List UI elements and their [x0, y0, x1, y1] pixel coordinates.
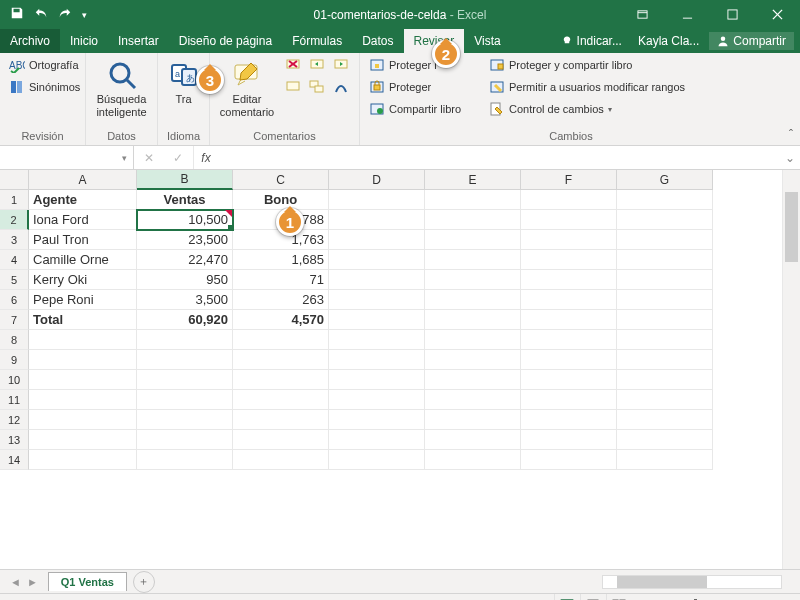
cell-D13[interactable] — [329, 430, 425, 450]
cell-F5[interactable] — [521, 270, 617, 290]
cell-D10[interactable] — [329, 370, 425, 390]
cell-C10[interactable] — [233, 370, 329, 390]
cell-C4[interactable]: 1,685 — [233, 250, 329, 270]
protect-sheet-button[interactable]: Proteger l — [366, 55, 478, 75]
customize-qat-icon[interactable]: ▾ — [82, 10, 87, 20]
thesaurus-button[interactable]: Sinónimos — [6, 77, 83, 97]
vertical-scrollbar[interactable] — [782, 170, 800, 569]
row-header-9[interactable]: 9 — [0, 350, 29, 370]
cell-F10[interactable] — [521, 370, 617, 390]
cell-G9[interactable] — [617, 350, 713, 370]
cell-F7[interactable] — [521, 310, 617, 330]
new-sheet-button[interactable]: ＋ — [133, 571, 155, 593]
tab-vista[interactable]: Vista — [464, 29, 510, 53]
cell-G8[interactable] — [617, 330, 713, 350]
cell-C8[interactable] — [233, 330, 329, 350]
tab-diseño-de-página[interactable]: Diseño de página — [169, 29, 282, 53]
col-header-B[interactable]: B — [137, 170, 233, 190]
fx-icon[interactable]: fx — [194, 146, 218, 169]
cell-F9[interactable] — [521, 350, 617, 370]
cell-E4[interactable] — [425, 250, 521, 270]
maximize-icon[interactable] — [710, 0, 755, 29]
undo-icon[interactable] — [34, 6, 48, 23]
tab-insertar[interactable]: Insertar — [108, 29, 169, 53]
cell-D7[interactable] — [329, 310, 425, 330]
row-header-8[interactable]: 8 — [0, 330, 29, 350]
cell-C14[interactable] — [233, 450, 329, 470]
cell-A3[interactable]: Paul Tron — [29, 230, 137, 250]
prev-comment-button[interactable] — [306, 55, 328, 75]
row-header-7[interactable]: 7 — [0, 310, 29, 330]
col-header-E[interactable]: E — [425, 170, 521, 190]
track-changes-button[interactable]: Control de cambios ▾ — [486, 99, 688, 119]
cell-B6[interactable]: 3,500 — [137, 290, 233, 310]
cell-D3[interactable] — [329, 230, 425, 250]
expand-formula-bar-icon[interactable]: ⌄ — [780, 146, 800, 169]
col-header-A[interactable]: A — [29, 170, 137, 190]
cell-E14[interactable] — [425, 450, 521, 470]
view-page-break-icon[interactable] — [606, 594, 632, 601]
cell-C11[interactable] — [233, 390, 329, 410]
cell-B14[interactable] — [137, 450, 233, 470]
protect-workbook-button[interactable]: Proteger — [366, 77, 478, 97]
cell-G2[interactable] — [617, 210, 713, 230]
cell-D12[interactable] — [329, 410, 425, 430]
share-workbook-button[interactable]: Compartir libro — [366, 99, 478, 119]
horizontal-scrollbar[interactable] — [602, 575, 782, 589]
cell-D6[interactable] — [329, 290, 425, 310]
tab-inicio[interactable]: Inicio — [60, 29, 108, 53]
row-header-1[interactable]: 1 — [0, 190, 29, 210]
account-user[interactable]: Kayla Cla... — [632, 34, 705, 48]
cell-F1[interactable] — [521, 190, 617, 210]
cell-B1[interactable]: Ventas — [137, 190, 233, 210]
cell-F2[interactable] — [521, 210, 617, 230]
cell-B8[interactable] — [137, 330, 233, 350]
row-header-6[interactable]: 6 — [0, 290, 29, 310]
column-headers[interactable]: ABCDEFG — [29, 170, 782, 190]
share-button[interactable]: Compartir — [709, 32, 794, 50]
show-ink-button[interactable] — [330, 77, 352, 97]
row-header-10[interactable]: 10 — [0, 370, 29, 390]
cell-G14[interactable] — [617, 450, 713, 470]
row-header-14[interactable]: 14 — [0, 450, 29, 470]
cell-A5[interactable]: Kerry Oki — [29, 270, 137, 290]
cell-A2[interactable]: Iona Ford — [29, 210, 137, 230]
row-header-12[interactable]: 12 — [0, 410, 29, 430]
minimize-icon[interactable] — [665, 0, 710, 29]
next-comment-button[interactable] — [330, 55, 352, 75]
cell-G1[interactable] — [617, 190, 713, 210]
cell-E12[interactable] — [425, 410, 521, 430]
tab-fórmulas[interactable]: Fórmulas — [282, 29, 352, 53]
close-icon[interactable] — [755, 0, 800, 29]
col-header-C[interactable]: C — [233, 170, 329, 190]
cell-C1[interactable]: Bono — [233, 190, 329, 210]
cell-E10[interactable] — [425, 370, 521, 390]
cell-D11[interactable] — [329, 390, 425, 410]
cell-C13[interactable] — [233, 430, 329, 450]
cell-C6[interactable]: 263 — [233, 290, 329, 310]
cell-E13[interactable] — [425, 430, 521, 450]
row-header-4[interactable]: 4 — [0, 250, 29, 270]
cell-B9[interactable] — [137, 350, 233, 370]
cell-D8[interactable] — [329, 330, 425, 350]
cell-D4[interactable] — [329, 250, 425, 270]
cell-G7[interactable] — [617, 310, 713, 330]
cell-B10[interactable] — [137, 370, 233, 390]
cell-B13[interactable] — [137, 430, 233, 450]
name-box[interactable] — [0, 146, 134, 169]
cell-B12[interactable] — [137, 410, 233, 430]
cell-C12[interactable] — [233, 410, 329, 430]
cell-E8[interactable] — [425, 330, 521, 350]
cell-A9[interactable] — [29, 350, 137, 370]
protect-share-button[interactable]: Proteger y compartir libro — [486, 55, 688, 75]
cell-A4[interactable]: Camille Orne — [29, 250, 137, 270]
cell-A13[interactable] — [29, 430, 137, 450]
cell-E11[interactable] — [425, 390, 521, 410]
cell-C5[interactable]: 71 — [233, 270, 329, 290]
cell-B2[interactable]: 10,500 — [137, 210, 233, 230]
cell-A1[interactable]: Agente — [29, 190, 137, 210]
cell-C9[interactable] — [233, 350, 329, 370]
edit-comment-button[interactable]: Editar comentario — [216, 55, 278, 128]
cell-E7[interactable] — [425, 310, 521, 330]
row-header-11[interactable]: 11 — [0, 390, 29, 410]
